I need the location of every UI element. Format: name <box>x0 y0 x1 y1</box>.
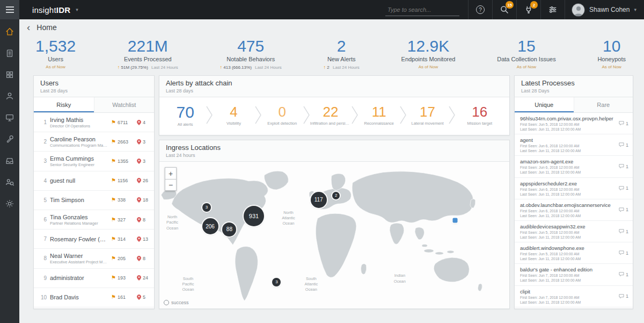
ingress-marker[interactable]: 117 <box>311 192 327 208</box>
kpi-tile[interactable]: 12.9K Endpoints Monitored ↑ As of Now <box>401 37 456 70</box>
ingress-marker[interactable]: 2 <box>332 192 340 199</box>
sidebar-item-investigations[interactable] <box>4 177 15 188</box>
user-row[interactable]: 1 Irving Mathis Director Of Operations ⚑… <box>34 113 154 132</box>
user-rank: 2 <box>39 139 47 145</box>
user-name: Shawn Cohen <box>589 6 630 13</box>
user-row[interactable]: 3 Erma Cummings Senior Security Engineer… <box>34 152 154 171</box>
user-row[interactable]: 7 Rosemary Fowler (Admin) ⚑ 314 13 <box>34 229 154 249</box>
flag-icon: ⚑ <box>111 197 116 203</box>
user-location-count: 26 <box>137 178 150 183</box>
product-logo[interactable]: insightIDR <box>32 5 70 15</box>
attack-stage[interactable]: 16 Mission target <box>456 104 504 126</box>
ingress-marker[interactable]: 931 <box>244 206 264 226</box>
attack-stage[interactable]: 4 Visibility <box>213 104 254 126</box>
sidebar-item-apps[interactable] <box>4 69 15 80</box>
help-button[interactable]: ? <box>468 0 492 19</box>
location-count: 5 <box>143 295 145 300</box>
ingress-marker[interactable]: 206 <box>202 218 218 234</box>
attack-chain-title: Alerts by attack chain <box>166 79 503 87</box>
product-switcher-chevron-icon[interactable]: ▾ <box>76 7 78 12</box>
stage-value: 11 <box>358 104 399 120</box>
kpi-tile[interactable]: 221M Events Processed ↑ 51M (29.75%) Las… <box>118 37 178 70</box>
stage-value: 0 <box>262 104 303 120</box>
user-row[interactable]: 4 guest null ⚑ 1156 26 <box>34 171 154 191</box>
hamburger-menu-icon[interactable] <box>0 0 19 19</box>
process-row[interactable]: agent First Seen: Jun 6, 2018 12:00:00 A… <box>515 134 633 156</box>
ingress-marker[interactable]: 3 <box>202 203 211 212</box>
kpi-tile[interactable]: 15 Data Collection Issues ↑ As of Now <box>497 37 555 70</box>
ingress-marker[interactable]: 88 <box>222 222 236 236</box>
user-row[interactable]: 6 Tina Gonzales Partner Relations Manage… <box>34 210 154 229</box>
user-row[interactable]: 2 Caroline Pearson Communications Progra… <box>34 132 154 152</box>
process-row[interactable]: appspiderscheduler2.exe First Seen: Jun … <box>515 178 633 199</box>
ingress-marker[interactable]: 3 <box>272 278 281 286</box>
map-attribution-text: success <box>171 300 189 305</box>
location-pin-icon <box>137 217 141 222</box>
process-row[interactable]: clipit First Seen: Jun 7, 2018 12:00:00 … <box>515 286 633 307</box>
attack-stage[interactable]: 17 Lateral movement <box>407 104 448 126</box>
kpi-tile[interactable]: 2 New Alerts ↑ 2 Last 24 Hours <box>324 37 360 70</box>
ingress-marker[interactable] <box>452 218 457 223</box>
tab-watchlist[interactable]: Watchlist <box>94 97 155 112</box>
process-row[interactable]: audiblert.windowsphone.exe First Seen: J… <box>515 242 633 264</box>
users-tabs: Risky Watchlist <box>34 97 154 113</box>
back-chevron-icon[interactable]: ‹ <box>27 23 30 32</box>
search-input[interactable] <box>387 6 457 13</box>
tab-unique[interactable]: Unique <box>515 97 574 112</box>
zoom-in-button[interactable]: + <box>165 167 177 179</box>
user-rank: 8 <box>39 255 47 261</box>
latest-processes-card: Latest Processes Last 28 Days Unique Rar… <box>514 75 633 309</box>
user-row[interactable]: 10 Brad Davis ⚑ 161 5 <box>34 288 154 307</box>
attack-stage[interactable]: 0 Exploit detection <box>262 104 303 126</box>
sidebar-item-settings[interactable] <box>4 198 15 209</box>
user-flag-count: ⚑ 193 <box>111 275 134 281</box>
process-row[interactable]: 96hlsu34rn.com.privax.osx.provpn.helper … <box>515 113 633 134</box>
sidebar-item-collectors[interactable] <box>4 155 15 166</box>
process-row[interactable]: amazon-ssm-agent.exe First Seen: Jun 6, … <box>515 156 633 177</box>
user-rank: 5 <box>39 197 47 203</box>
user-row[interactable]: 5 Tim Simpson ⚑ 338 18 <box>34 191 154 210</box>
attack-chain-card: Alerts by attack chain Last 28 days 70 A… <box>159 75 510 135</box>
sidebar-item-endpoints[interactable] <box>4 112 15 123</box>
sidebar-item-home[interactable] <box>4 26 15 37</box>
sidebar-item-users[interactable] <box>4 91 15 102</box>
process-last-seen: Last Seen: Jun 11, 2018 12:00:00 AM <box>520 149 617 153</box>
world-map[interactable]: North Pacific Ocean North Atlantic Ocean… <box>159 162 509 308</box>
stage-wrap: 11 Reconnaissance <box>358 103 407 127</box>
attack-stage[interactable]: 70 All alerts <box>165 103 206 127</box>
user-info: Irving Mathis Director Of Operations <box>50 117 108 128</box>
user-row[interactable]: 8 Neal Warner Executive Assistant Projec… <box>34 249 154 268</box>
comment-bubble-icon <box>619 272 624 277</box>
kpi-tile[interactable]: 10 Honeypots ↑ As of Now <box>597 37 626 70</box>
kpi-tile[interactable]: 1,532 Users ↑ As of Now <box>35 37 76 70</box>
settings-sliders-button[interactable] <box>540 0 565 19</box>
process-row[interactable]: baldur's gate - enhanced edition First S… <box>515 264 633 285</box>
attack-stage[interactable]: 11 Reconnaissance <box>358 104 399 126</box>
user-menu[interactable]: Shawn Cohen ▾ <box>565 0 644 19</box>
sidebar-item-logs[interactable] <box>4 48 15 59</box>
user-flag-count: ⚑ 161 <box>111 295 134 300</box>
sidebar-item-tools[interactable] <box>4 134 15 145</box>
process-row[interactable]: audibledevicesappwin32.exe First Seen: J… <box>515 221 633 242</box>
process-row[interactable]: at.obdev.launchbar.emojiscannerservice F… <box>515 199 633 221</box>
chevron-separator-icon <box>254 103 262 127</box>
attack-stage[interactable]: 22 Infiltration and persistence <box>310 104 351 126</box>
zoom-out-button[interactable]: − <box>165 179 177 191</box>
processes-tabs: Unique Rare <box>515 97 633 113</box>
process-last-seen: Last Seen: Jun 11, 2018 12:00:00 AM <box>520 192 617 196</box>
user-flag-count: ⚑ 1355 <box>111 159 134 164</box>
search-results-button[interactable]: 15 <box>492 0 516 19</box>
connectivity-button[interactable]: 2 <box>516 0 540 19</box>
user-menu-chevron-icon: ▾ <box>634 7 636 12</box>
logo-prefix: insight <box>32 5 56 15</box>
tab-risky[interactable]: Risky <box>34 97 94 112</box>
chevron-separator-icon <box>303 103 310 127</box>
process-info: amazon-ssm-agent.exe First Seen: Jun 6, … <box>520 159 617 174</box>
global-search[interactable] <box>385 3 459 16</box>
user-role: Partner Relations Manager <box>50 221 108 226</box>
kpi-tile[interactable]: 475 Notable Behaviors ↑ 413 (666.13%) La… <box>220 37 282 70</box>
comment-bubble-icon <box>619 250 624 255</box>
flag-count: 1156 <box>118 178 128 183</box>
user-row[interactable]: 9 administrator ⚑ 193 24 <box>34 269 154 288</box>
tab-rare[interactable]: Rare <box>574 97 633 112</box>
